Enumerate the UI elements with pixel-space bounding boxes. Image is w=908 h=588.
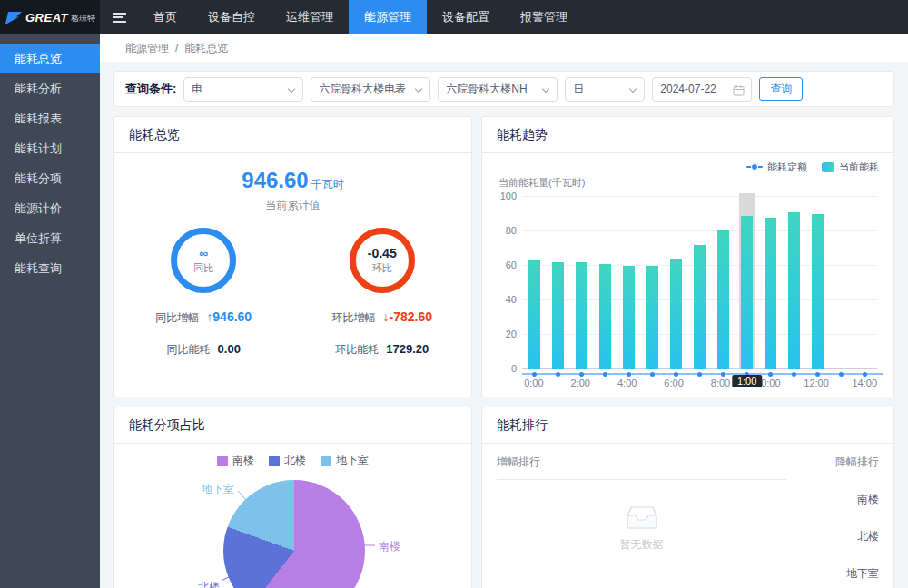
current-total-caption: 当前累计值: [266, 198, 321, 213]
nav-item[interactable]: 首页: [138, 0, 192, 34]
pie-legend: 南楼 北楼 地下室: [114, 444, 471, 468]
main-area: 能源管理 / 能耗总览 查询条件: 电 六院骨科大楼电表: [100, 34, 908, 588]
calendar-icon: [733, 84, 745, 96]
building-select[interactable]: 六院骨科大楼NH: [438, 77, 558, 102]
trend-bar[interactable]: [788, 212, 800, 369]
trend-bar-slot[interactable]: [735, 197, 759, 369]
comparison-columns: ∞ 同比 同比增幅 ↑946.60 同比能耗 0: [114, 228, 471, 358]
mom-energy-label: 环比能耗: [335, 342, 379, 358]
y-tick-label: 0: [498, 363, 517, 374]
main-frame: 能耗总览能耗分析能耗报表能耗计划能耗分项能源计价单位折算能耗查询 能源管理 / …: [0, 34, 908, 588]
trend-bar-slot[interactable]: [806, 197, 830, 369]
legend-current[interactable]: 当前能耗: [822, 161, 879, 174]
trend-bar[interactable]: [576, 262, 587, 369]
quota-dot: [532, 372, 537, 377]
logo-cn-name: 格璟特: [71, 13, 95, 24]
sidebar-item[interactable]: 能耗分析: [0, 74, 100, 103]
legend-label: 北楼: [284, 453, 306, 468]
breadcrumb-section[interactable]: 能源管理: [125, 41, 169, 56]
trend-bar[interactable]: [765, 218, 776, 369]
pie-body: 南楼 北楼 地下室 地下室 南楼: [114, 444, 471, 588]
query-conditions-bar: 查询条件: 电 六院骨科大楼电表 六院骨科大楼NH 日: [114, 71, 894, 107]
energy-type-select[interactable]: 电: [183, 77, 303, 102]
search-button[interactable]: 查询: [759, 77, 803, 101]
y-tick-label: 80: [498, 225, 517, 236]
content-area: 查询条件: 电 六院骨科大楼电表 六院骨科大楼NH 日: [100, 62, 908, 588]
period-select[interactable]: 日: [565, 77, 645, 102]
decrease-ranking-title: 降幅排行: [835, 455, 879, 470]
sidebar-item[interactable]: 能耗查询: [0, 253, 100, 283]
empty-box-icon: [621, 500, 663, 533]
y-axis-title: 当前能耗量(千瓦时): [498, 176, 879, 190]
energy-trend-panel: 能耗趋势 能耗定额 当前能耗: [481, 116, 894, 397]
sidebar-item[interactable]: 能耗总览: [0, 44, 100, 74]
nav-item[interactable]: 设备配置: [427, 0, 505, 34]
sidebar-item[interactable]: 能耗报表: [0, 103, 100, 133]
trend-bar[interactable]: [646, 266, 658, 369]
trend-bar[interactable]: [717, 230, 729, 369]
trend-bar[interactable]: [528, 260, 540, 369]
legend-basement[interactable]: 地下室: [321, 453, 369, 468]
trend-bar-slot[interactable]: [759, 197, 783, 369]
trend-bar-slot[interactable]: [593, 197, 617, 369]
yoy-column: ∞ 同比 同比增幅 ↑946.60 同比能耗 0: [114, 228, 293, 358]
mom-energy-row: 环比能耗 1729.20: [335, 342, 429, 358]
nav-item[interactable]: 报警管理: [505, 0, 583, 34]
trend-bar-slot[interactable]: [640, 197, 664, 369]
app-window: GREAT 格璟特 首页设备自控运维管理能源管理设备配置报警管理 能耗总览能耗分…: [0, 0, 908, 588]
trend-chart[interactable]: 020406080100: [522, 197, 877, 369]
x-tick-label: 0:00: [522, 377, 546, 391]
trend-bar[interactable]: [741, 216, 753, 369]
trend-bar-slot[interactable]: [854, 197, 877, 369]
trend-bar-slot[interactable]: [830, 197, 854, 369]
energy-breakdown-panel: 能耗分项占比 南楼 北楼 地下室: [114, 407, 472, 588]
trend-bar-slot[interactable]: [522, 197, 546, 369]
legend-quota[interactable]: 能耗定额: [746, 161, 807, 174]
trend-bar-slot[interactable]: [687, 197, 711, 369]
trend-bar[interactable]: [812, 214, 824, 369]
trend-bar-slot[interactable]: [783, 197, 806, 369]
x-tick-label: [829, 377, 853, 391]
increase-ranking: 增幅排行 暂无数据: [497, 455, 786, 588]
meter-select[interactable]: 六院骨科大楼电表: [311, 77, 430, 102]
yoy-ring-value: ∞: [199, 246, 208, 260]
trend-bar[interactable]: [552, 262, 564, 369]
list-item: 南楼: [857, 492, 879, 507]
nav-item[interactable]: 运维管理: [271, 0, 349, 34]
yoy-growth-row: 同比增幅 ↑946.60: [155, 309, 252, 326]
app-logo: GREAT 格璟特: [0, 0, 100, 34]
trend-bar-slot[interactable]: [664, 197, 687, 369]
trend-bar-slot[interactable]: [712, 197, 735, 369]
x-tick-label: [639, 377, 663, 391]
y-tick-label: 20: [498, 328, 517, 339]
yoy-growth-value: ↑946.60: [206, 309, 252, 324]
nav-item[interactable]: 能源管理: [349, 0, 427, 34]
trend-bar-slot[interactable]: [546, 197, 569, 369]
pie-label-north: 北楼: [198, 580, 220, 588]
date-picker[interactable]: 2024-07-22: [652, 77, 752, 102]
pie-chart[interactable]: [223, 480, 365, 588]
y-tick-label: 40: [498, 294, 517, 305]
breadcrumb: 能源管理 / 能耗总览: [100, 34, 908, 62]
panel-title: 能耗总览: [114, 117, 471, 153]
legend-north-building[interactable]: 北楼: [269, 453, 306, 468]
sidebar-item[interactable]: 能耗分项: [0, 163, 100, 193]
quota-dot: [579, 372, 584, 377]
sidebar-item[interactable]: 能源计价: [0, 193, 100, 223]
sidebar-item[interactable]: 单位折算: [0, 223, 100, 253]
y-tick-label: 60: [498, 260, 517, 270]
menu-collapse-icon[interactable]: [100, 0, 138, 34]
trend-bar[interactable]: [623, 266, 635, 369]
nav-item[interactable]: 设备自控: [192, 0, 271, 34]
line-marker-icon: [746, 166, 763, 168]
legend-south-building[interactable]: 南楼: [217, 453, 254, 468]
x-tick-label: 14:00: [853, 377, 878, 391]
trend-bar-slot[interactable]: [569, 197, 593, 369]
x-tick-label: [781, 377, 804, 391]
trend-bar[interactable]: [670, 259, 682, 369]
trend-bar[interactable]: [694, 245, 706, 369]
yoy-growth-label: 同比增幅: [155, 310, 199, 326]
trend-bar[interactable]: [599, 264, 611, 369]
trend-bar-slot[interactable]: [617, 197, 640, 369]
sidebar-item[interactable]: 能耗计划: [0, 133, 100, 163]
